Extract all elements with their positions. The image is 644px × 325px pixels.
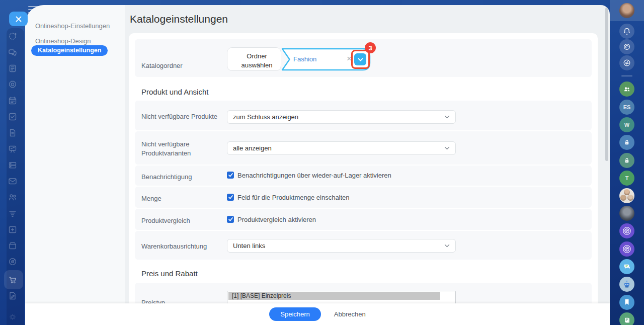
catalog-folder-label: Katalogordner <box>141 61 183 70</box>
unavailable-products-select[interactable]: zum Schluss anzeigen <box>227 110 456 124</box>
select-value: zum Schluss anzeigen <box>233 113 298 121</box>
bookmark-icon[interactable] <box>619 295 634 310</box>
cancel-button[interactable]: Abbrechen <box>334 310 366 318</box>
initials-w[interactable]: W <box>619 117 634 132</box>
ai-orbit-icon[interactable] <box>8 31 18 41</box>
menu-item-onlineshop-design[interactable]: Onlineshop-Design <box>35 37 91 45</box>
news-icon[interactable] <box>619 312 634 325</box>
tasks-icon[interactable] <box>8 112 18 122</box>
menu-item-katalogeinstellungen-active[interactable]: Katalogeinstellungen <box>31 45 108 56</box>
chevron-down-icon <box>444 146 450 150</box>
notification-checkbox-label[interactable]: Benachrichtigungen über wieder-auf-Lager… <box>237 172 391 179</box>
chevron-down-icon <box>444 115 450 119</box>
selected-folder-tag: Fashion × 3 <box>280 48 372 71</box>
documents-icon[interactable] <box>8 128 18 138</box>
annotation-step-badge: 3 <box>365 42 376 53</box>
crm-funnel-icon[interactable] <box>8 208 18 218</box>
initials-t[interactable]: T <box>619 171 634 186</box>
user-avatar[interactable] <box>619 206 634 221</box>
settings-gear-icon[interactable] <box>8 312 18 322</box>
sign-document-icon[interactable] <box>8 291 18 301</box>
row-label: Nicht verfügbare Produktvarianten <box>141 140 217 157</box>
notification-checkbox[interactable] <box>227 172 234 179</box>
footer-action-bar: Speichern Abbrechen <box>25 303 610 325</box>
row-label: Nicht verfügbare Produkte <box>141 112 217 121</box>
comments-icon[interactable] <box>619 259 634 274</box>
user-avatar[interactable] <box>619 3 634 18</box>
quantity-checkbox[interactable] <box>227 194 234 201</box>
initials-label: ES <box>623 104 631 110</box>
save-button[interactable]: Speichern <box>269 307 321 321</box>
marketing-target-icon[interactable] <box>8 257 18 267</box>
sync-icon[interactable] <box>619 55 634 70</box>
select-value: alle anzeigen <box>233 144 272 152</box>
x-icon[interactable]: × <box>345 54 354 63</box>
shop-cart-icon[interactable] <box>8 275 18 285</box>
page-title: Katalogeinstellungen <box>130 13 228 25</box>
copilot-chat-icon[interactable] <box>619 223 634 238</box>
cart-position-select[interactable]: Unten links <box>227 239 456 253</box>
market-icon[interactable] <box>8 240 18 251</box>
menu-item-onlineshop-einstellungen[interactable]: Onlineshop-Einstellungen <box>35 22 110 30</box>
automation-icon[interactable] <box>8 79 18 90</box>
row-label: Benachrichtigung <box>141 173 192 182</box>
panel-scrollbar[interactable] <box>605 8 608 161</box>
employees-icon[interactable] <box>8 192 18 202</box>
group-avatar[interactable] <box>619 188 634 203</box>
toolbar-divider <box>621 75 632 76</box>
close-icon[interactable] <box>9 12 28 26</box>
select-value: Unten links <box>233 242 265 250</box>
whiteboard-icon[interactable] <box>8 144 18 154</box>
settings-slider-panel: Onlineshop-Einstellungen Onlineshop-Desi… <box>25 5 610 325</box>
price-type-option-selected[interactable]: [1] [BASE] Einzelpreis <box>228 292 440 300</box>
row-comparison: Produktvergleich <box>135 209 592 230</box>
bell-icon[interactable] <box>619 24 634 39</box>
bot-avatar[interactable] <box>619 277 634 292</box>
lock-icon[interactable] <box>619 153 634 168</box>
left-toolbar <box>0 0 25 325</box>
selected-folder-name[interactable]: Fashion <box>293 48 316 71</box>
choose-folder-button[interactable]: Ordner auswählen <box>227 47 281 71</box>
lock-icon[interactable] <box>619 135 634 150</box>
row-label: Warenkorbausrichtung <box>141 242 207 251</box>
row-label: Menge <box>141 194 162 203</box>
comparison-checkbox-label[interactable]: Produktvergleich aktivieren <box>237 216 316 223</box>
row-quantity: Menge <box>135 187 592 208</box>
settings-menu: Onlineshop-Einstellungen Onlineshop-Desi… <box>25 5 125 325</box>
drive-icon[interactable] <box>8 160 18 170</box>
section-heading-price: Preis und Rabatt <box>141 269 198 278</box>
quantity-checkbox-label[interactable]: Feld für die Produktmenge einschalten <box>237 194 350 201</box>
section-heading-product-view: Produkt und Ansicht <box>141 88 208 96</box>
copilot-icon[interactable] <box>619 39 634 54</box>
messenger-icon[interactable] <box>8 47 18 57</box>
copilot-chat-icon[interactable] <box>619 241 634 257</box>
feed-icon[interactable] <box>8 63 18 73</box>
row-label: Produktvergleich <box>141 216 190 225</box>
team-people-icon[interactable] <box>619 82 634 97</box>
initials-es[interactable]: ES <box>619 100 634 115</box>
mail-icon[interactable] <box>8 176 18 186</box>
chevron-down-icon[interactable] <box>354 53 366 65</box>
unavailable-variants-select[interactable]: alle anzeigen <box>227 141 456 155</box>
comparison-checkbox[interactable] <box>227 216 234 223</box>
initials-label: T <box>625 175 629 181</box>
settings-card: Katalogordner Ordner auswählen Fashion ×… <box>129 33 598 325</box>
planner-icon[interactable] <box>8 224 18 234</box>
right-toolbar: ES W T <box>610 0 644 325</box>
chevron-down-icon <box>444 244 450 248</box>
initials-label: W <box>624 122 629 128</box>
calendar-icon[interactable] <box>8 96 18 106</box>
